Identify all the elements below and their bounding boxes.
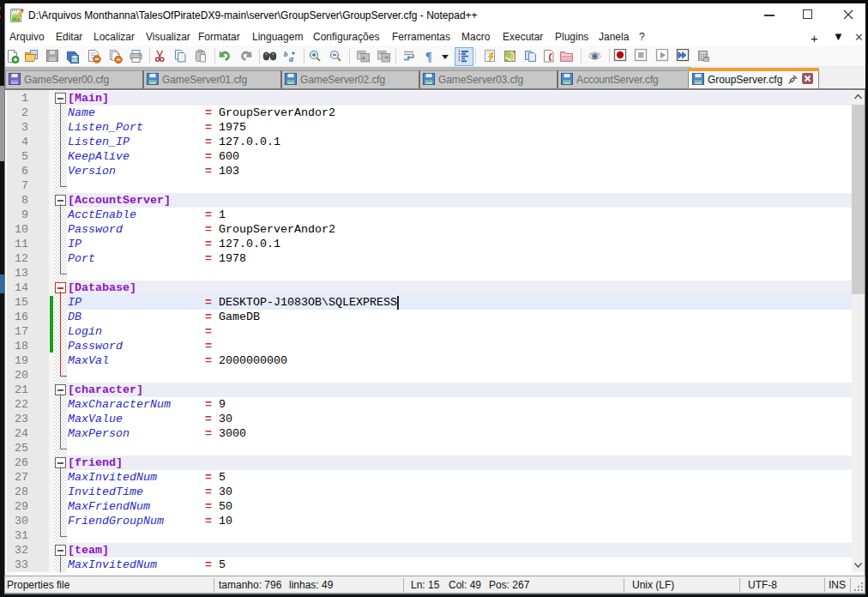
svg-text:a: a bbox=[289, 54, 293, 63]
svg-text:uc: uc bbox=[704, 57, 709, 62]
svg-text:b: b bbox=[284, 50, 288, 58]
svg-text:¶: ¶ bbox=[425, 51, 432, 63]
